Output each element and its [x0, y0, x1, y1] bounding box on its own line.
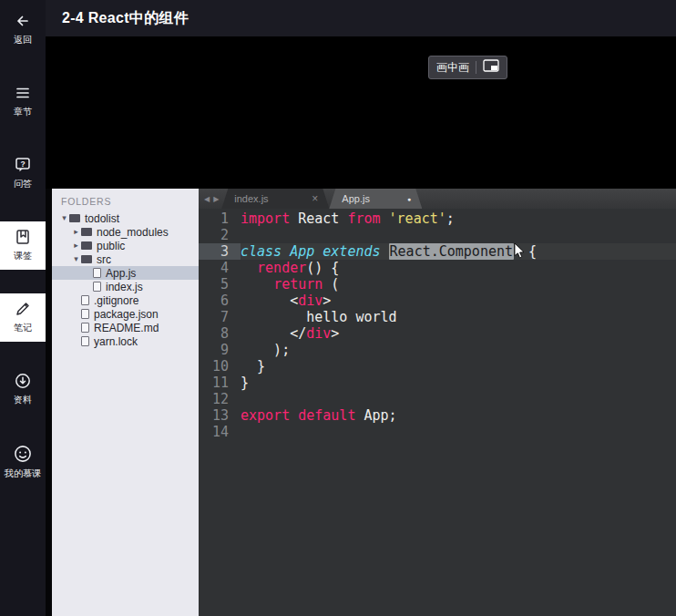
tree-item-label: public: [97, 240, 125, 252]
tree-item-yarn.lock[interactable]: yarn.lock: [52, 334, 199, 348]
sidebar: 返回 章节 ? 问答 课签 笔记: [0, 0, 46, 616]
tree-item-App.js[interactable]: App.js: [52, 266, 199, 280]
file-icon: [93, 282, 101, 292]
tree-item-todolist[interactable]: ▾todolist: [52, 211, 199, 225]
chevron-down-icon[interactable]: ▾: [59, 211, 69, 225]
code-token: }: [241, 375, 249, 391]
sidebar-item-label: 问答: [14, 178, 32, 190]
header: 2-4 React中的组件: [46, 0, 676, 36]
code-token: [282, 243, 290, 260]
bookmark-icon: [14, 228, 32, 246]
sidebar-item-chapters[interactable]: 章节: [0, 77, 46, 126]
chevron-down-icon[interactable]: ▾: [71, 252, 81, 266]
sidebar-item-back[interactable]: 返回: [0, 5, 46, 54]
tree-item-package.json[interactable]: package.json: [52, 307, 199, 321]
tab-scroll-left-icon[interactable]: ◀: [204, 195, 210, 203]
code-line-3[interactable]: 3class App extends React.Component {: [199, 243, 676, 260]
code-line-12[interactable]: 12: [199, 391, 676, 407]
line-number: 9: [199, 342, 241, 358]
selected-text: React.Component: [389, 243, 514, 260]
line-number: 3: [199, 243, 241, 260]
tree-item-label: .gitignore: [94, 294, 138, 307]
tab-index-js[interactable]: index.js ×: [221, 189, 329, 209]
tree-item-label: todolist: [85, 212, 119, 225]
tree-item-index.js[interactable]: index.js: [52, 280, 199, 293]
code-token: [241, 276, 273, 293]
line-number: 1: [199, 210, 241, 227]
code-token: App: [290, 243, 314, 260]
chapter-list-icon: [14, 84, 32, 102]
code-line-1[interactable]: 1import React from 'react';: [199, 210, 676, 227]
line-content: import React from 'react';: [241, 210, 455, 227]
line-number: 2: [199, 227, 241, 243]
close-icon[interactable]: ×: [312, 192, 318, 205]
code-lines[interactable]: 1import React from 'react';23class App e…: [199, 209, 676, 616]
pencil-icon: [14, 300, 32, 318]
tab-scroll-right-icon[interactable]: ▶: [213, 195, 219, 203]
sidebar-item-label: 返回: [14, 34, 32, 46]
pip-button[interactable]: 画中画: [428, 56, 507, 79]
line-content: return (: [241, 276, 339, 293]
tree-item-.gitignore[interactable]: .gitignore: [52, 293, 199, 307]
tab-app-js[interactable]: App.js ●: [329, 189, 422, 209]
code-token: import: [241, 210, 290, 227]
folder-icon: [81, 228, 92, 236]
line-number: 13: [199, 407, 241, 424]
code-line-7[interactable]: 7 hello world: [199, 309, 676, 325]
code-token: hello world: [241, 309, 397, 325]
sidebar-item-materials[interactable]: 资料: [0, 365, 46, 414]
code-token: export: [241, 407, 290, 424]
code-token: div: [306, 325, 331, 342]
line-content: hello world: [241, 309, 397, 325]
tree-item-label: App.js: [106, 267, 136, 280]
code-token: [381, 243, 389, 260]
line-number: 8: [199, 325, 241, 342]
chevron-right-icon[interactable]: ▸: [71, 225, 81, 239]
tree-item-label: package.json: [94, 308, 159, 321]
code-line-2[interactable]: 2: [199, 227, 676, 243]
line-content: }: [241, 358, 265, 375]
code-line-10[interactable]: 10 }: [199, 358, 676, 375]
code-token: default: [298, 407, 355, 424]
code-line-14[interactable]: 14: [199, 424, 676, 440]
line-number: 7: [199, 309, 241, 325]
tree-item-src[interactable]: ▾src: [52, 252, 199, 266]
code-token: div: [298, 293, 323, 309]
code-line-6[interactable]: 6 <div>: [199, 293, 676, 309]
sidebar-item-qa[interactable]: ? 问答: [0, 149, 46, 198]
line-content: );: [241, 342, 290, 358]
line-number: 12: [199, 391, 241, 407]
file-icon: [93, 268, 101, 278]
tab-label: index.js: [234, 193, 268, 204]
file-tree: ▾todolist▸node_modules▸public▾srcApp.jsi…: [52, 211, 199, 348]
back-arrow-icon: [14, 12, 32, 30]
code-line-8[interactable]: 8 </div>: [199, 325, 676, 342]
code-token: render: [257, 260, 306, 276]
file-icon: [81, 336, 89, 346]
sidebar-item-mycourses[interactable]: 我的慕课: [0, 437, 46, 488]
code-token: >: [331, 325, 339, 342]
sidebar-item-label: 资料: [14, 394, 32, 406]
code-editor: ◀ ▶ index.js × App.js ● 1import React fr…: [199, 189, 676, 616]
code-token: 'react': [389, 210, 446, 227]
code-line-4[interactable]: 4 render() {: [199, 260, 676, 276]
chevron-right-icon[interactable]: ▸: [71, 239, 81, 252]
code-line-9[interactable]: 9 );: [199, 342, 676, 358]
tree-item-label: node_modules: [97, 226, 169, 239]
mouse-cursor-icon: [514, 243, 525, 259]
code-line-5[interactable]: 5 return (: [199, 276, 676, 293]
line-number: 5: [199, 276, 241, 293]
sidebar-item-notes[interactable]: 笔记: [0, 293, 46, 342]
code-line-11[interactable]: 11}: [199, 375, 676, 391]
code-line-13[interactable]: 13export default App;: [199, 407, 676, 424]
tree-item-README.md[interactable]: README.md: [52, 321, 199, 334]
sidebar-item-bookmark[interactable]: 课签: [0, 221, 46, 270]
code-token: ;: [446, 210, 455, 227]
video-player[interactable]: 画中画: [46, 36, 676, 189]
line-number: 11: [199, 375, 241, 391]
tree-item-public[interactable]: ▸public: [52, 239, 199, 252]
code-token: () {: [306, 260, 339, 276]
folder-icon: [81, 255, 92, 263]
main-area: 2-4 React中的组件 画中画 FOLDERS ▾todolist▸node…: [46, 0, 676, 616]
tree-item-node_modules[interactable]: ▸node_modules: [52, 225, 199, 239]
